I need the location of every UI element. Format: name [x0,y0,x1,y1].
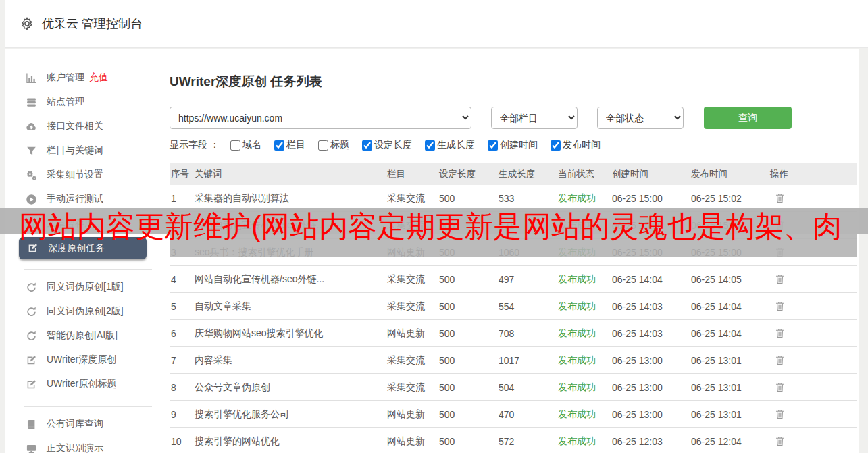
sidebar-item-采集细节设置[interactable]: 采集细节设置 [5,163,170,187]
field-option-创建时间[interactable]: 创建时间 [488,139,538,151]
cell-keyword: 搜索引擎的网站优化 [193,428,386,453]
watermark-text: 网站内容更新维护(网站内容定期更新是网站的灵魂也是构架、肉 [19,207,842,246]
delete-button[interactable] [773,326,787,340]
page-title: UWriter深度原创 任务列表 [170,73,859,90]
cell-status: 发布成功 [557,428,611,453]
sidebar-item-label: 栏目与关键词 [47,144,103,157]
sidebar-item-公有词库查询[interactable]: 公有词库查询 [5,412,170,436]
sidebar-item-栏目与关键词[interactable]: 栏目与关键词 [5,138,170,163]
cell-status: 发布成功 [557,401,611,428]
cell-no: 7 [170,347,193,374]
cell-no: 9 [170,401,193,428]
cell-status: 发布成功 [557,320,611,347]
sidebar-item-账户管理[interactable]: 账户管理充值 [5,65,170,90]
cell-column: 采集交流 [386,347,438,374]
cell-created: 06-25 14:03 [611,293,690,320]
cell-created: 06-25 13:00 [611,401,690,428]
sidebar-item-label: 手动运行测试 [47,193,103,205]
field-option-发布时间[interactable]: 发布时间 [551,139,601,151]
cell-column: 采集交流 [386,293,438,320]
sidebar-item-正文识别演示[interactable]: 正文识别演示 [5,436,170,453]
sidebar: 账户管理充值站点管理接口文件相关栏目与关键词采集细节设置手动运行测试文章暂存库深… [5,49,170,453]
sidebar-item-智能伪原创[AI版][interactable]: 智能伪原创[AI版] [5,323,170,348]
cell-keyword: 内容采集 [193,347,386,374]
edit-icon [26,379,37,390]
sidebar-item-label: 同义词伪原创[2版] [47,305,124,317]
field-option-标题[interactable]: 标题 [318,139,349,151]
cell-keyword: 搜索引擎优化服务公司 [193,401,386,428]
column-select[interactable]: 全部栏目 [491,107,578,129]
delete-button[interactable] [773,434,787,448]
cell-keyword: 公众号文章伪原创 [193,374,386,401]
play-icon [26,194,37,205]
delete-button[interactable] [773,272,787,286]
cell-status: 发布成功 [557,374,611,401]
field-checkbox-设定长度[interactable] [362,140,372,151]
delete-button[interactable] [773,353,787,367]
gear-icon [20,17,34,30]
display-fields-label: 显示字段 ： [170,139,220,151]
delete-button[interactable] [773,407,787,421]
cell-created: 06-25 12:03 [611,428,690,453]
cell-no: 10 [170,428,193,453]
site-select[interactable]: https://www.ucaiyun.com [170,107,471,129]
filter-controls: https://www.ucaiyun.com 全部栏目 全部状态 查询 [170,107,859,129]
sidebar-item-label: 采集细节设置 [47,169,103,181]
book-icon [26,419,37,430]
sidebar-item-UWriter深度原创[interactable]: UWriter深度原创 [5,348,170,372]
field-checkbox-label: 标题 [330,139,349,151]
field-option-域名[interactable]: 域名 [230,139,261,151]
field-checkbox-创建时间[interactable] [488,140,498,151]
cell-no: 6 [170,320,193,347]
sidebar-item-label: 公有词库查询 [47,418,103,430]
field-checkbox-发布时间[interactable] [551,140,561,151]
field-checkbox-栏目[interactable] [274,140,284,151]
cell-set_len: 500 [438,266,497,293]
cell-published: 06-25 13:01 [690,374,769,401]
sidebar-item-接口文件相关[interactable]: 接口文件相关 [5,114,170,138]
cell-actions [769,347,857,374]
field-option-栏目[interactable]: 栏目 [274,139,305,151]
field-checkbox-label: 栏目 [286,139,305,151]
display-fields-row: 显示字段 ： 域名栏目标题设定长度生成长度创建时间发布时间 [170,139,859,151]
sidebar-item-label: 正文识别演示 [47,442,103,453]
cell-actions [769,320,857,347]
bar-chart-icon [26,72,37,84]
column-header-操作: 操作 [769,163,857,185]
field-checkbox-域名[interactable] [230,140,240,151]
sidebar-item-label: 同义词伪原创[1版] [47,281,124,293]
cell-gen_len: 470 [497,401,557,428]
column-header-序号: 序号 [170,163,193,185]
cell-gen_len: 1017 [497,347,557,374]
cell-actions [769,428,857,453]
cell-published: 06-25 14:05 [690,266,769,293]
field-checkbox-生成长度[interactable] [425,140,435,151]
delete-button[interactable] [773,380,787,394]
delete-button[interactable] [773,299,787,313]
monitor-icon [26,443,37,453]
status-select[interactable]: 全部状态 [597,107,684,129]
field-checkbox-标题[interactable] [318,140,328,151]
gears-icon [26,169,37,181]
field-option-生成长度[interactable]: 生成长度 [425,139,475,151]
cell-set_len: 500 [438,347,497,374]
field-option-设定长度[interactable]: 设定长度 [362,139,412,151]
cell-set_len: 500 [438,374,497,401]
cell-gen_len: 497 [497,266,557,293]
cell-no: 5 [170,293,193,320]
cell-set_len: 500 [438,320,497,347]
query-button[interactable]: 查询 [704,107,792,129]
server-icon [26,97,37,108]
cell-column: 网站更新 [386,401,438,428]
cell-published: 06-25 13:01 [690,401,769,428]
cell-gen_len: 708 [497,320,557,347]
field-checkbox-label: 发布时间 [563,139,601,151]
sidebar-item-UWriter原创标题[interactable]: UWriter原创标题 [5,372,170,396]
refresh-icon [26,306,37,317]
sidebar-item-label: 账户管理 [47,72,84,84]
sidebar-item-站点管理[interactable]: 站点管理 [5,90,170,114]
delete-button[interactable] [773,191,787,205]
recharge-badge[interactable]: 充值 [89,72,108,84]
sidebar-item-同义词伪原创[1版][interactable]: 同义词伪原创[1版] [5,275,170,299]
sidebar-item-同义词伪原创[2版][interactable]: 同义词伪原创[2版] [5,299,170,323]
